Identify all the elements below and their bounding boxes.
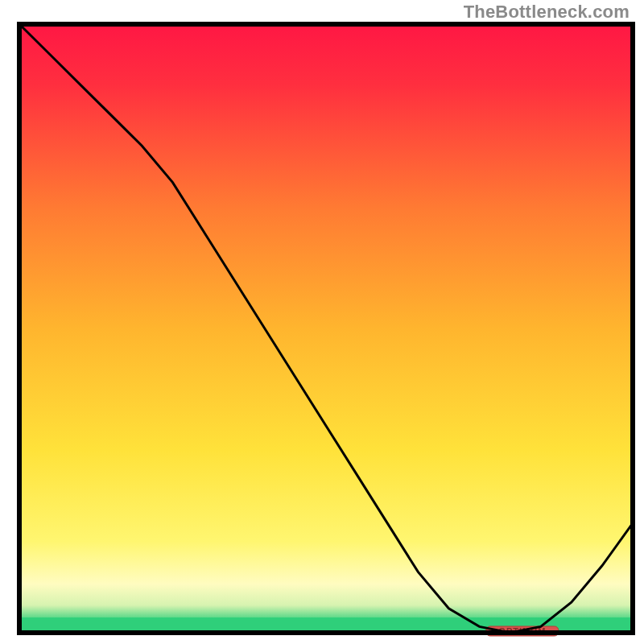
chart-svg: OPTIMUM bbox=[0, 0, 644, 644]
chart-container: TheBottleneck.com OPTIMUM bbox=[0, 0, 644, 644]
plot-area: OPTIMUM bbox=[19, 24, 633, 636]
